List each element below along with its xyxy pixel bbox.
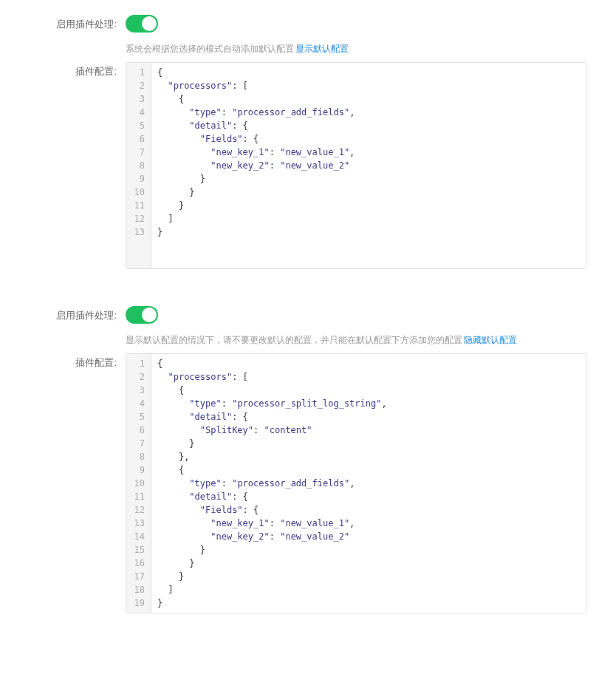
code-editor[interactable]: 12345678910111213 { "processors": [ { "t… bbox=[126, 62, 586, 269]
code-body[interactable]: { "processors": [ { "type": "processor_s… bbox=[151, 354, 586, 613]
plugin-section-show: 启用插件处理: 系统会根据您选择的模式自动添加默认配置显示默认配置 插件配置: … bbox=[30, 15, 586, 269]
code-body[interactable]: { "processors": [ { "type": "processor_a… bbox=[151, 63, 586, 268]
config-label: 插件配置: bbox=[30, 62, 126, 78]
gutter: 12345678910111213 bbox=[126, 63, 151, 268]
code-editor[interactable]: 12345678910111213141516171819 { "process… bbox=[126, 353, 586, 613]
toggle-row: 启用插件处理: 系统会根据您选择的模式自动添加默认配置显示默认配置 bbox=[30, 15, 586, 56]
config-row: 插件配置: 12345678910111213141516171819 { "p… bbox=[30, 353, 586, 613]
hint-row: 显示默认配置的情况下，请不要更改默认的配置，并只能在默认配置下方添加您的配置隐藏… bbox=[126, 333, 586, 347]
hint-row: 系统会根据您选择的模式自动添加默认配置显示默认配置 bbox=[126, 42, 586, 56]
toggle-label: 启用插件处理: bbox=[30, 306, 126, 322]
toggle-label: 启用插件处理: bbox=[30, 15, 126, 31]
toggle-content: 显示默认配置的情况下，请不要更改默认的配置，并只能在默认配置下方添加您的配置隐藏… bbox=[126, 306, 586, 347]
toggle-content: 系统会根据您选择的模式自动添加默认配置显示默认配置 bbox=[126, 15, 586, 56]
toggle-row: 启用插件处理: 显示默认配置的情况下，请不要更改默认的配置，并只能在默认配置下方… bbox=[30, 306, 586, 347]
enable-plugin-toggle[interactable] bbox=[126, 15, 158, 33]
gutter: 12345678910111213141516171819 bbox=[126, 354, 151, 613]
config-row: 插件配置: 12345678910111213 { "processors": … bbox=[30, 62, 586, 269]
show-default-config-link[interactable]: 显示默认配置 bbox=[295, 44, 349, 54]
hint-text: 显示默认配置的情况下，请不要更改默认的配置，并只能在默认配置下方添加您的配置 bbox=[126, 335, 462, 345]
config-content: 12345678910111213 { "processors": [ { "t… bbox=[126, 62, 586, 269]
enable-plugin-toggle[interactable] bbox=[126, 306, 158, 324]
hide-default-config-link[interactable]: 隐藏默认配置 bbox=[464, 335, 517, 345]
plugin-section-hide: 启用插件处理: 显示默认配置的情况下，请不要更改默认的配置，并只能在默认配置下方… bbox=[30, 306, 586, 613]
hint-text: 系统会根据您选择的模式自动添加默认配置 bbox=[126, 44, 294, 54]
config-content: 12345678910111213141516171819 { "process… bbox=[126, 353, 586, 613]
config-label: 插件配置: bbox=[30, 353, 126, 370]
